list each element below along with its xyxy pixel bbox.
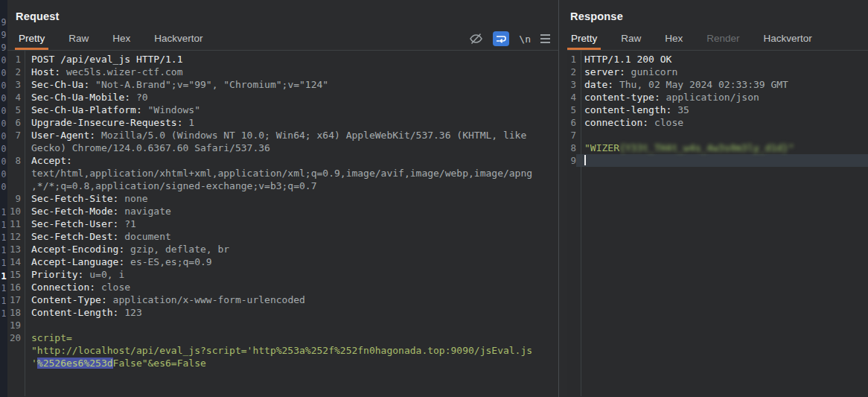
tab-render[interactable]: Render <box>703 33 743 50</box>
code-segment: Priority: <box>31 269 83 280</box>
code-segment: "WIZER <box>584 142 619 153</box>
code-line: Gecko) Chrome/124.0.6367.60 Safari/537.3… <box>7 142 558 154</box>
tab-hex[interactable]: Hex <box>109 33 134 50</box>
code-text: server: gunicorn <box>576 66 868 78</box>
code-segment: Sec-Ch-Ua-Platform: <box>31 104 142 115</box>
code-segment: content-length: <box>584 104 671 115</box>
code-segment: Gecko) Chrome/124.0.6367.60 Safari/537.3… <box>31 142 270 153</box>
clipped-line-number: 0 <box>0 67 7 80</box>
code-text: Content-Length: 123 <box>21 306 558 319</box>
code-text: date: Thu, 02 May 2024 02:33:39 GMT <box>576 78 868 91</box>
code-line: 15Priority: u=0, i <box>7 268 558 281</box>
tab-raw[interactable]: Raw <box>617 33 645 50</box>
response-editor[interactable]: 1HTTP/1.1 200 OK2server: gunicorn3date: … <box>567 51 868 396</box>
line-number: 16 <box>7 281 21 293</box>
code-segment: Thu, 02 May 2024 02:33:39 GMT <box>613 79 788 90</box>
tab-raw[interactable]: Raw <box>65 33 92 50</box>
tab-hackvertor[interactable]: Hackvertor <box>150 33 206 50</box>
code-segment: 1 <box>183 117 195 128</box>
clipped-line-number: 1 <box>0 232 7 244</box>
line-number: 18 <box>7 306 21 319</box>
line-number: 5 <box>7 104 21 116</box>
gutter-separator <box>581 51 581 396</box>
word-wrap-icon[interactable] <box>493 31 509 46</box>
clipped-line-number: 1 <box>0 257 7 270</box>
code-segment: application/x-www-form-urlencoded <box>107 294 305 305</box>
code-line: 16Connection: close <box>7 281 558 293</box>
text-cursor <box>584 155 586 165</box>
code-segment: gunicorn <box>625 66 677 77</box>
line-number: 12 <box>7 230 21 243</box>
code-segment: gzip, deflate, br <box>124 244 229 255</box>
code-text <box>21 319 558 331</box>
clipped-line-number: 1 <box>0 206 7 219</box>
code-line: 14Accept-Language: es-ES,es;q=0.9 <box>7 255 558 268</box>
code-segment: User-Agent: <box>31 130 95 141</box>
code-segment: Connection: <box>31 282 95 293</box>
code-line: 5Sec-Ch-Ua-Platform: "Windows" <box>7 104 558 116</box>
code-segment: close <box>95 282 130 293</box>
code-line: text/html,application/xhtml+xml,applicat… <box>7 167 558 180</box>
code-segment: 123 <box>118 307 141 318</box>
code-line: 9Sec-Fetch-Site: none <box>7 192 558 205</box>
tab-pretty[interactable]: Pretty <box>15 33 48 50</box>
line-number: 4 <box>567 91 576 104</box>
redacted-flag-text: {Y33t_TH4t_w4s_4w3s0m3ly_d1d}" <box>619 142 794 153</box>
line-number: 7 <box>567 129 576 142</box>
code-line: 3date: Thu, 02 May 2024 02:33:39 GMT <box>567 78 868 91</box>
line-number <box>7 167 21 180</box>
line-number: 17 <box>7 293 21 306</box>
code-segment: script= <box>31 332 72 343</box>
clipped-line-number: 0 <box>0 92 7 105</box>
clipped-left-gutter: 99900000000000111111111 <box>0 0 7 397</box>
code-segment: application/json <box>660 92 759 103</box>
code-text: Sec-Fetch-Dest: document <box>21 230 558 243</box>
code-text: Sec-Ch-Ua: "Not-A.Brand";v="99", "Chromi… <box>21 78 558 91</box>
code-segment: Host: <box>31 66 60 77</box>
code-line: 13Accept-Encoding: gzip, deflate, br <box>7 243 558 255</box>
code-segment: close <box>648 117 683 128</box>
line-number: 8 <box>7 154 21 167</box>
show-newlines-icon[interactable]: \n <box>519 34 531 45</box>
code-line: '%2526es6%253dFalse"&es6=False <box>7 357 558 369</box>
code-segment: Content-Length: <box>31 307 118 318</box>
code-segment: Sec-Ch-Ua: <box>31 79 89 90</box>
code-segment: Sec-Ch-Ua-Mobile: <box>31 92 130 103</box>
request-header: Request PrettyRawHexHackvertor \n <box>7 0 558 51</box>
request-editor[interactable]: 1POST /api/eval_js HTTP/1.12Host: wec5ls… <box>7 51 558 396</box>
code-text: Sec-Fetch-Site: none <box>21 192 558 205</box>
line-number: 14 <box>7 255 21 268</box>
editor-menu-icon[interactable] <box>540 34 550 43</box>
clipped-line-number: 1 <box>0 244 7 257</box>
line-number: 10 <box>7 205 21 217</box>
code-segment: Accept: <box>31 155 72 166</box>
code-text: User-Agent: Mozilla/5.0 (Windows NT 10.0… <box>21 129 558 142</box>
response-header: Response PrettyRawHexRenderHackvertor <box>567 0 868 51</box>
code-segment: False"&es6=False <box>113 358 206 369</box>
code-line: 2server: gunicorn <box>567 66 868 78</box>
tab-pretty[interactable]: Pretty <box>567 33 601 50</box>
code-segment: Sec-Fetch-User: <box>31 218 118 229</box>
clipped-line-number: 0 <box>0 118 7 130</box>
line-number: 1 <box>567 53 576 66</box>
line-number: 4 <box>7 91 21 104</box>
line-number <box>7 344 21 357</box>
clipped-line-number: 0 <box>0 156 7 168</box>
clipped-line-number: 9 <box>0 29 7 42</box>
code-line: 7User-Agent: Mozilla/5.0 (Windows NT 10.… <box>7 129 558 142</box>
clipped-line-number: 1 <box>0 282 7 295</box>
tab-hackvertor[interactable]: Hackvertor <box>760 33 816 50</box>
hide-eye-icon[interactable] <box>469 33 483 45</box>
code-line: 6Upgrade-Insecure-Requests: 1 <box>7 116 558 129</box>
line-number <box>7 142 21 154</box>
clipped-line-number: 0 <box>0 181 7 194</box>
code-segment: server: <box>584 66 625 77</box>
tab-hex[interactable]: Hex <box>661 33 686 50</box>
code-text: Sec-Ch-Ua-Platform: "Windows" <box>21 104 558 116</box>
code-line: 19 <box>7 319 558 331</box>
clipped-line-number: 0 <box>0 168 7 181</box>
code-line: 17Content-Type: application/x-www-form-u… <box>7 293 558 306</box>
code-line: 20script= <box>7 331 558 344</box>
code-line: "http://localhost/api/eval_js?script='ht… <box>7 344 558 357</box>
code-text: Accept: <box>21 154 558 167</box>
